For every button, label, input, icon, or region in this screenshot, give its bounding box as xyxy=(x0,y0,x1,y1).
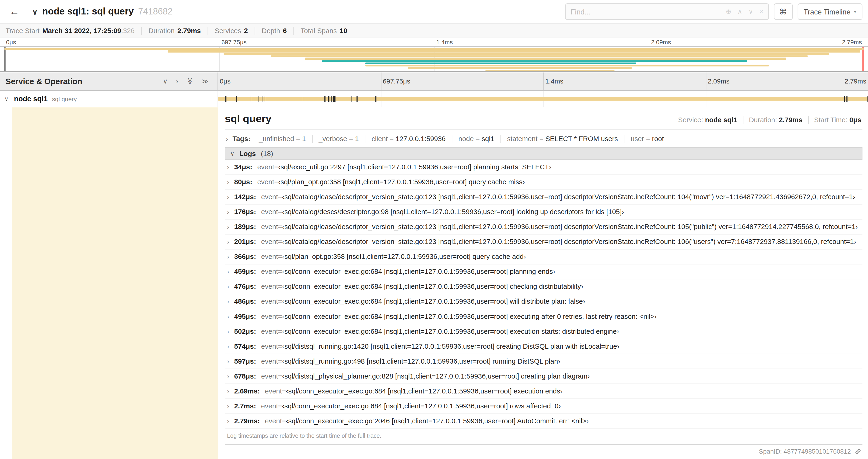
collapse-trace-header-icon[interactable]: ∨ xyxy=(32,7,38,16)
stat-label: Depth xyxy=(261,27,280,35)
find-zoom-icon[interactable]: ⊕ xyxy=(726,8,731,15)
log-row[interactable]: ›2.79ms:event = ‹sql/conn_executor_exec.… xyxy=(225,414,862,429)
log-marker[interactable] xyxy=(351,95,352,102)
log-marker[interactable] xyxy=(261,95,262,102)
log-row[interactable]: ›34μs:event = ‹sql/exec_util.go:2297 [ns… xyxy=(225,160,862,175)
log-row[interactable]: ›502μs:event = ‹sql/conn_executor_exec.g… xyxy=(225,324,862,339)
ruler-gridline xyxy=(380,72,381,90)
logs-count: (18) xyxy=(261,150,273,157)
span-duration-bar[interactable] xyxy=(218,97,868,101)
link-icon[interactable] xyxy=(855,448,861,455)
log-marker[interactable] xyxy=(331,95,332,102)
log-value: ‹sql/conn_executor_exec.go:684 [nsql1,cl… xyxy=(282,298,585,305)
log-marker[interactable] xyxy=(356,95,357,102)
tag-equals: = xyxy=(347,135,355,143)
log-row[interactable]: ›80μs:event = ‹sql/plan_opt.go:358 [nsql… xyxy=(225,175,862,190)
timeline-header-left: Service & Operation ∨ › ≫ ≫ xyxy=(0,72,218,90)
log-equals: = xyxy=(278,208,282,216)
log-equals: = xyxy=(278,402,282,410)
ruler-tick-label: 1.4ms xyxy=(545,77,563,85)
log-marker[interactable] xyxy=(846,95,847,102)
chevron-right-icon: › xyxy=(227,327,229,335)
span-row-name-column[interactable]: ∨ node sql1 sql query xyxy=(0,91,218,107)
stat-item: Trace StartMarch 31 2022, 17:25:09.326 xyxy=(4,27,142,35)
log-equals: = xyxy=(278,327,282,335)
minimap-span-bar xyxy=(305,58,786,60)
log-row[interactable]: ›176μs:event = ‹sql/catalog/descs/descri… xyxy=(225,205,862,220)
minimap-right-scrubber[interactable] xyxy=(862,47,864,71)
log-key: event xyxy=(261,313,278,320)
log-time: 2.7ms: xyxy=(234,402,256,410)
chevron-right-icon: › xyxy=(227,387,229,395)
log-row[interactable]: ›2.7ms:event = ‹sql/conn_executor_exec.g… xyxy=(225,399,862,414)
log-marker[interactable] xyxy=(258,95,259,102)
log-equals: = xyxy=(282,417,286,425)
double-chevron-right-icon[interactable]: ≫ xyxy=(202,78,209,85)
tags-accordion[interactable]: › Tags: _unfinished = 1_verbose = 1clien… xyxy=(225,131,862,147)
find-prev-icon[interactable]: ∧ xyxy=(737,8,742,15)
back-arrow-icon: ← xyxy=(9,6,19,18)
log-marker[interactable] xyxy=(375,95,376,102)
log-row[interactable]: ›366μs:event = ‹sql/plan_opt.go:358 [nsq… xyxy=(225,250,862,264)
log-marker[interactable] xyxy=(329,95,329,102)
chevron-right-icon: › xyxy=(226,135,228,143)
log-marker[interactable] xyxy=(265,95,265,102)
log-row[interactable]: ›597μs:event = ‹sql/distsql_running.go:4… xyxy=(225,354,862,369)
double-chevron-down-icon[interactable]: ≫ xyxy=(187,78,193,85)
stat-muted: .326 xyxy=(121,27,135,35)
log-marker[interactable] xyxy=(324,95,325,102)
log-value: ‹sql/distsql_running.go:1420 [nsql1,clie… xyxy=(282,342,619,350)
tag-key: statement xyxy=(507,135,537,143)
chevron-right-icon[interactable]: › xyxy=(176,78,178,85)
logs-accordion-header[interactable]: ∨ Logs (18) xyxy=(225,147,862,160)
tag-key: user xyxy=(631,135,644,143)
minimap-span-bar xyxy=(4,48,864,50)
log-marker[interactable] xyxy=(303,95,304,102)
log-value: ‹sql/distsql_physical_planner.go:828 [ns… xyxy=(282,372,590,380)
chevron-down-icon[interactable]: ∨ xyxy=(163,78,168,85)
keyboard-shortcuts-button[interactable]: ⌘ xyxy=(774,3,793,20)
trace-view-dropdown[interactable]: Trace Timeline ▾ xyxy=(798,3,862,20)
find-next-icon[interactable]: ∨ xyxy=(748,8,753,15)
jaeger-trace-page: ← ∨ node sql1: sql query 7418682 ⊕ ∧ ∨ ×… xyxy=(0,0,868,459)
minimap-span-bar xyxy=(168,51,860,53)
log-marker[interactable] xyxy=(236,95,237,102)
span-collapse-chevron-icon[interactable]: ∨ xyxy=(4,96,8,102)
log-row[interactable]: ›476μs:event = ‹sql/conn_executor_exec.g… xyxy=(225,280,862,294)
tag-value: root xyxy=(652,135,664,143)
log-key: event xyxy=(261,358,278,365)
log-row[interactable]: ›2.69ms:event = ‹sql/conn_executor_exec.… xyxy=(225,384,862,399)
log-marker[interactable] xyxy=(334,95,335,102)
minimap-left-scrubber[interactable] xyxy=(4,47,5,71)
log-row[interactable]: ›486μs:event = ‹sql/conn_executor_exec.g… xyxy=(225,294,862,309)
span-bar-wrap[interactable] xyxy=(218,91,868,107)
log-marker[interactable] xyxy=(333,95,334,102)
tag-value: 127.0.0.1:59936 xyxy=(396,135,445,143)
find-clear-icon[interactable]: × xyxy=(759,8,763,15)
chevron-down-icon: ▾ xyxy=(854,9,856,14)
log-marker[interactable] xyxy=(844,95,845,102)
span-row[interactable]: ∨ node sql1 sql query xyxy=(0,91,868,107)
log-equals: = xyxy=(278,342,282,350)
log-row[interactable]: ›574μs:event = ‹sql/distsql_running.go:1… xyxy=(225,339,862,354)
log-row[interactable]: ›495μs:event = ‹sql/conn_executor_exec.g… xyxy=(225,309,862,324)
log-marker[interactable] xyxy=(225,95,226,102)
log-row[interactable]: ›142μs:event = ‹sql/catalog/lease/descri… xyxy=(225,190,862,205)
ruler-gridline xyxy=(543,72,544,90)
log-row[interactable]: ›189μs:event = ‹sql/catalog/lease/descri… xyxy=(225,220,862,235)
ruler-tick-label: 0μs xyxy=(6,39,16,45)
back-button[interactable]: ← xyxy=(6,3,23,21)
span-operation-name: sql query xyxy=(52,95,77,102)
tags-list: _unfinished = 1_verbose = 1client = 127.… xyxy=(253,135,670,143)
minimap-canvas[interactable] xyxy=(0,46,868,72)
log-key: event xyxy=(261,208,278,216)
tag-item: node = sql1 xyxy=(452,135,501,143)
find-input[interactable] xyxy=(570,7,726,16)
ruler-tick-label: 1.4ms xyxy=(436,39,453,45)
log-row[interactable]: ›201μs:event = ‹sql/catalog/lease/descri… xyxy=(225,235,862,250)
log-row[interactable]: ›459μs:event = ‹sql/conn_executor_exec.g… xyxy=(225,264,862,280)
log-time: 486μs: xyxy=(234,298,256,305)
log-marker[interactable] xyxy=(251,95,251,102)
log-value: ‹sql/conn_executor_exec.go:684 [nsql1,cl… xyxy=(282,313,657,320)
log-row[interactable]: ›678μs:event = ‹sql/distsql_physical_pla… xyxy=(225,369,862,384)
